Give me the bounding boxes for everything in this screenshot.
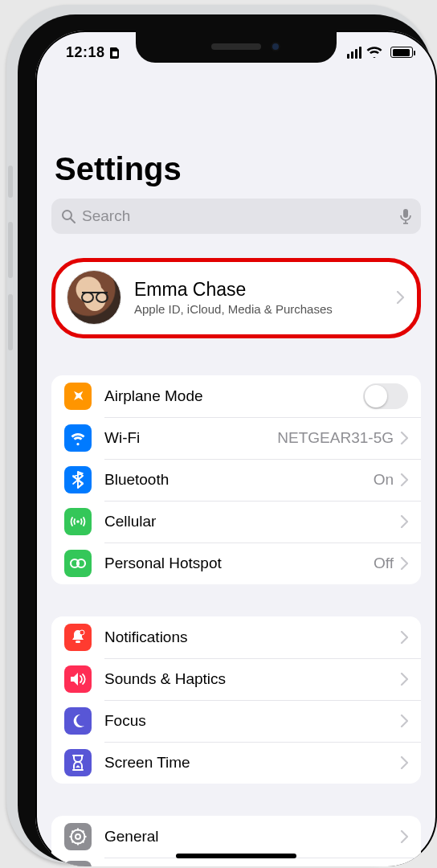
- screen-time-row[interactable]: Screen Time: [51, 742, 421, 784]
- chevron-right-icon: [400, 714, 408, 727]
- hotspot-value: Off: [374, 555, 394, 572]
- wifi-label: Wi-Fi: [104, 429, 277, 447]
- notifications-icon: [64, 624, 92, 651]
- chevron-right-icon: [400, 557, 408, 570]
- search-icon: [61, 209, 76, 223]
- account-name: Emma Chase: [134, 279, 396, 301]
- cellular-row[interactable]: Cellular: [51, 501, 421, 542]
- chevron-right-icon: [400, 631, 408, 644]
- screen: 12:18 Settings: [35, 31, 437, 866]
- cellular-signal-icon: [347, 47, 361, 59]
- svg-rect-11: [76, 641, 80, 643]
- hotspot-icon: [64, 550, 92, 577]
- wifi-status-icon: [366, 47, 382, 58]
- chevron-right-icon: [400, 830, 408, 843]
- bluetooth-row[interactable]: Bluetooth On: [51, 459, 421, 501]
- connectivity-section: Airplane Mode Wi-Fi NETGEAR31-5G: [51, 375, 421, 584]
- bluetooth-value: On: [374, 471, 394, 489]
- hourglass-icon: [64, 749, 92, 776]
- airplane-mode-toggle[interactable]: [363, 383, 408, 409]
- airplane-mode-row[interactable]: Airplane Mode: [51, 375, 421, 417]
- focus-label: Focus: [104, 712, 400, 730]
- chevron-right-icon: [400, 756, 408, 769]
- chevron-right-icon: [400, 673, 408, 686]
- svg-point-8: [76, 520, 80, 523]
- volume-up-button: [8, 222, 13, 278]
- gear-icon: [64, 823, 92, 850]
- sounds-label: Sounds & Haptics: [104, 670, 400, 688]
- cellular-icon: [64, 508, 92, 535]
- chevron-right-icon: [400, 473, 408, 486]
- battery-icon: [390, 47, 413, 58]
- bluetooth-icon: [64, 466, 92, 493]
- svg-rect-3: [403, 209, 408, 218]
- search-input[interactable]: [82, 207, 400, 225]
- sounds-row[interactable]: Sounds & Haptics: [51, 658, 421, 700]
- screen-time-label: Screen Time: [104, 754, 400, 772]
- apple-id-row[interactable]: Emma Chase Apple ID, iCloud, Media & Pur…: [51, 258, 421, 338]
- cellular-label: Cellular: [104, 513, 400, 530]
- general-label: General: [104, 828, 400, 845]
- speaker-icon: [64, 665, 92, 693]
- chevron-right-icon: [400, 515, 408, 528]
- bluetooth-label: Bluetooth: [104, 471, 374, 489]
- notifications-section: Notifications Sounds & Haptics: [51, 616, 421, 784]
- wifi-row[interactable]: Wi-Fi NETGEAR31-5G: [51, 417, 421, 459]
- airplane-mode-label: Airplane Mode: [104, 387, 363, 405]
- account-subtitle: Apple ID, iCloud, Media & Purchases: [134, 302, 396, 316]
- avatar: [67, 270, 121, 325]
- search-field[interactable]: [51, 199, 421, 234]
- svg-line-2: [71, 219, 75, 223]
- wifi-icon: [64, 424, 92, 452]
- wifi-value: NETGEAR31-5G: [277, 429, 394, 447]
- svg-point-14: [76, 834, 80, 839]
- moon-icon: [64, 707, 92, 735]
- chevron-right-icon: [396, 291, 404, 304]
- personal-hotspot-row[interactable]: Personal Hotspot Off: [51, 542, 421, 584]
- clock-label: 12:18: [66, 44, 105, 61]
- sim-card-icon: [110, 46, 120, 59]
- hotspot-label: Personal Hotspot: [104, 555, 374, 572]
- page-title: Settings: [55, 151, 421, 187]
- home-indicator[interactable]: [176, 854, 296, 858]
- general-section: General: [51, 816, 421, 866]
- volume-down-button: [8, 294, 13, 350]
- chevron-right-icon: [400, 432, 408, 444]
- notifications-label: Notifications: [104, 628, 400, 646]
- partial-icon: [64, 861, 92, 866]
- microphone-icon[interactable]: [400, 208, 411, 224]
- notch: [136, 31, 337, 63]
- mute-switch: [8, 166, 13, 198]
- phone-frame: 12:18 Settings: [6, 5, 431, 863]
- svg-rect-0: [112, 51, 117, 56]
- airplane-icon: [64, 383, 92, 410]
- partial-row[interactable]: [51, 858, 421, 866]
- general-row[interactable]: General: [51, 816, 421, 858]
- focus-row[interactable]: Focus: [51, 700, 421, 742]
- notifications-row[interactable]: Notifications: [51, 616, 421, 658]
- svg-point-12: [80, 630, 84, 635]
